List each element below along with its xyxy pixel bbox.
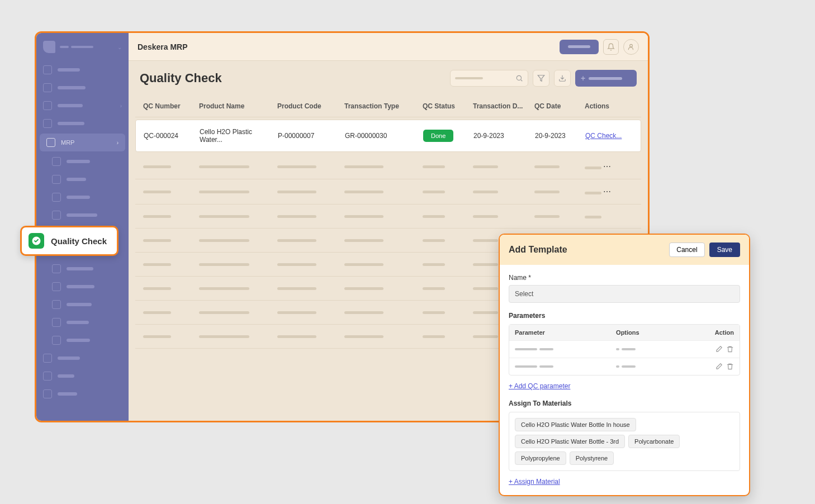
user-avatar[interactable] — [623, 39, 639, 55]
material-chip[interactable]: Polypropylene — [515, 451, 566, 465]
sidebar-item[interactable]: › — [36, 97, 129, 115]
row-actions-menu[interactable]: ⋯ — [603, 162, 612, 171]
sidebar-sub-item[interactable] — [36, 313, 129, 331]
td-transaction-date: 20-9-2023 — [470, 132, 532, 140]
th-transaction-date: Transaction D... — [470, 102, 531, 110]
edit-icon[interactable] — [715, 363, 723, 370]
td-actions: QC Check... — [582, 132, 632, 140]
sidebar-sub-item[interactable] — [36, 206, 129, 224]
save-button[interactable]: Save — [709, 243, 740, 257]
sidebar-sub-item[interactable] — [36, 188, 129, 206]
params-row — [509, 340, 740, 358]
nav-icon — [52, 157, 61, 166]
table-row[interactable]: QC-000024 Cello H2O Plastic Water... P-0… — [135, 120, 641, 152]
modal-title: Add Template — [509, 245, 567, 255]
nav-icon — [43, 372, 52, 381]
svg-point-1 — [517, 75, 521, 80]
topbar-primary-button[interactable] — [560, 40, 599, 54]
sidebar-sub-item[interactable] — [36, 331, 129, 349]
sidebar-item[interactable] — [36, 115, 129, 132]
topbar: Deskera MRP — [129, 33, 648, 61]
sidebar-sub-item[interactable] — [36, 170, 129, 188]
modal-body: Name * Select Parameters Parameter Optio… — [500, 265, 749, 495]
name-select-input[interactable]: Select — [509, 285, 740, 303]
nav-icon — [52, 175, 61, 184]
nav-icon — [52, 336, 61, 345]
page-title: Quality Check — [140, 71, 222, 85]
nav-icon — [52, 193, 61, 202]
th-qc-number: QC Number — [140, 102, 196, 110]
add-qc-parameter-link[interactable]: + Add QC parameter — [509, 382, 570, 390]
material-chip[interactable]: Polycarbonate — [628, 435, 680, 448]
edit-icon[interactable] — [715, 345, 723, 353]
quality-check-callout: Quality Check — [20, 226, 119, 256]
download-icon — [558, 74, 566, 82]
sidebar-item[interactable] — [36, 385, 129, 403]
sidebar-item[interactable] — [36, 79, 129, 97]
material-chip[interactable]: Cello H2O Plastic Water Bottle - 3rd — [515, 435, 625, 448]
sidebar-sub-item[interactable] — [36, 260, 129, 278]
th-product-code: Product Code — [274, 102, 341, 110]
delete-icon[interactable] — [726, 345, 734, 353]
callout-label: Quality Check — [51, 236, 107, 246]
table-row-placeholder: ⋯ — [135, 179, 641, 205]
sidebar-item[interactable] — [36, 349, 129, 367]
add-template-modal: Add Template Cancel Save Name * Select P… — [499, 234, 750, 496]
nav-icon — [52, 211, 61, 220]
delete-icon[interactable] — [726, 363, 734, 370]
assign-material-link[interactable]: + Assign Material — [509, 478, 560, 486]
app-logo-icon — [43, 41, 55, 53]
nav-icon — [43, 83, 52, 92]
nav-icon — [43, 65, 52, 74]
search-icon — [515, 74, 523, 82]
sidebar-item-label: MRP — [61, 139, 74, 146]
material-chip[interactable]: Polystyrene — [570, 451, 614, 465]
chevron-right-icon: › — [117, 140, 119, 146]
chevron-down-icon: ⌄ — [117, 44, 122, 50]
notifications-button[interactable] — [603, 39, 619, 55]
th-parameter: Parameter — [515, 329, 616, 336]
sidebar-sub-item[interactable] — [36, 153, 129, 170]
th-qc-date: QC Date — [531, 102, 581, 110]
sidebar-sub-item[interactable] — [36, 278, 129, 296]
plus-icon: + — [581, 74, 585, 83]
filter-button[interactable] — [533, 70, 549, 87]
nav-icon — [43, 119, 52, 128]
td-product-name: Cello H2O Plastic Water... — [196, 128, 274, 144]
qc-check-link[interactable]: QC Check... — [585, 132, 622, 140]
topbar-title: Deskera MRP — [138, 42, 188, 51]
parameters-table: Parameter Options Action — [509, 324, 740, 375]
td-qc-date: 20-9-2023 — [532, 132, 582, 140]
mrp-icon — [46, 138, 55, 147]
sidebar-item[interactable] — [36, 61, 129, 79]
sidebar-item[interactable] — [36, 367, 129, 385]
assign-materials-section-label: Assign To Materials — [509, 400, 740, 407]
th-qc-status: QC Status — [419, 102, 470, 110]
parameters-section-label: Parameters — [509, 312, 740, 320]
search-input[interactable] — [450, 70, 528, 87]
add-new-button[interactable]: + — [575, 70, 637, 87]
nav-icon — [43, 354, 52, 363]
sidebar-logo-row[interactable]: ⌄ — [36, 33, 129, 61]
cancel-button[interactable]: Cancel — [669, 243, 704, 257]
td-product-code: P-00000007 — [274, 132, 342, 140]
td-transaction-type: GR-00000030 — [342, 132, 420, 140]
td-qc-status: Done — [420, 130, 470, 142]
material-chip[interactable]: Cello H2O Plastic Water Bottle In house — [515, 418, 636, 431]
svg-point-0 — [630, 44, 633, 47]
export-button[interactable] — [554, 70, 571, 87]
td-qc-number: QC-000024 — [140, 132, 196, 140]
name-label: Name * — [509, 274, 740, 282]
sidebar-sub-item[interactable] — [36, 296, 129, 313]
sidebar-item-mrp[interactable]: MRP › — [40, 134, 125, 151]
row-actions-menu[interactable]: ⋯ — [603, 187, 612, 196]
th-transaction-type: Transaction Type — [341, 102, 419, 110]
user-icon — [627, 43, 635, 51]
materials-box: Cello H2O Plastic Water Bottle In house … — [509, 412, 740, 471]
nav-icon — [43, 389, 52, 398]
table-row-placeholder: ⋯ — [135, 154, 641, 179]
bell-icon — [607, 43, 615, 51]
nav-icon — [52, 282, 61, 291]
nav-icon — [52, 300, 61, 309]
th-product-name: Product Name — [196, 102, 274, 110]
